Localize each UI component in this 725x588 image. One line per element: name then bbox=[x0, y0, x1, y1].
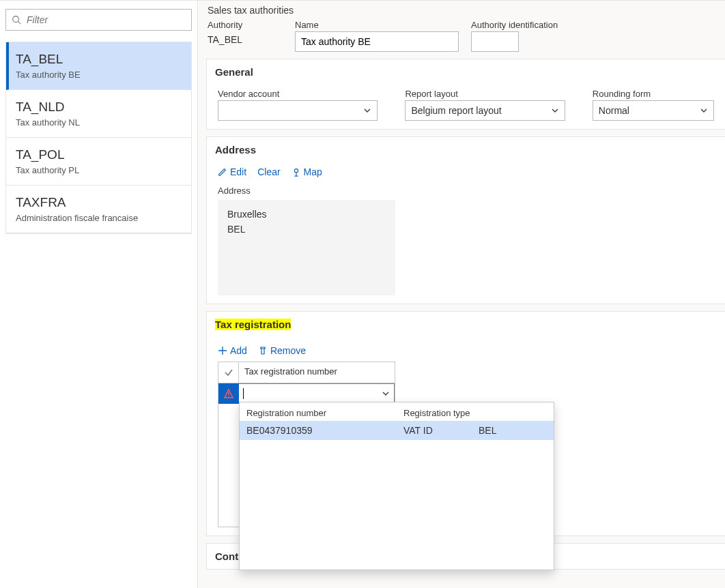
remove-button[interactable]: Remove bbox=[258, 345, 306, 356]
search-icon bbox=[12, 15, 21, 25]
plus-icon bbox=[218, 346, 227, 355]
address-display: Bruxelles BEL bbox=[218, 200, 395, 295]
select-all-checkbox[interactable] bbox=[218, 362, 239, 383]
list-item-code: TA_NLD bbox=[16, 100, 180, 115]
rounding-label: Rounding form bbox=[593, 89, 714, 99]
authority-list: TA_BEL Tax authority BE TA_NLD Tax autho… bbox=[5, 42, 192, 234]
report-label: Report layout bbox=[405, 89, 565, 99]
tax-registration-number-input[interactable] bbox=[239, 383, 395, 404]
section-title[interactable]: General bbox=[207, 59, 725, 85]
report-select[interactable]: Belgium report layout bbox=[405, 100, 565, 121]
authority-label: Authority bbox=[208, 20, 283, 30]
popup-row[interactable]: BE0437910359 VAT ID BEL bbox=[240, 421, 554, 440]
list-item-name: Administration fiscale francaise bbox=[16, 213, 180, 223]
vendor-label: Vendor account bbox=[218, 89, 378, 99]
rounding-select[interactable]: Normal bbox=[593, 100, 714, 121]
filter-input[interactable] bbox=[25, 14, 186, 26]
list-item[interactable]: TA_NLD Tax authority NL bbox=[6, 90, 191, 138]
main-panel: Sales tax authorities Authority TA_BEL N… bbox=[198, 1, 725, 588]
list-item-code: TA_POL bbox=[16, 147, 180, 162]
popup-cell: BE0437910359 bbox=[246, 425, 403, 436]
list-item-name: Tax authority PL bbox=[16, 165, 180, 175]
filter-input-wrap[interactable] bbox=[5, 9, 192, 31]
authority-value: TA_BEL bbox=[208, 31, 283, 48]
general-section: General Vendor account Report layout Bel… bbox=[206, 59, 725, 130]
column-header[interactable]: Tax registration number bbox=[239, 362, 395, 383]
trash-icon bbox=[258, 346, 268, 355]
section-title[interactable]: Tax registration bbox=[207, 312, 725, 337]
page-title: Sales tax authorities bbox=[208, 5, 725, 16]
chevron-down-icon bbox=[700, 106, 708, 115]
list-item-code: TA_BEL bbox=[16, 52, 180, 67]
svg-point-0 bbox=[13, 16, 19, 23]
pencil-icon bbox=[218, 167, 227, 177]
section-title[interactable]: Address bbox=[207, 137, 725, 162]
address-line: Bruxelles bbox=[227, 207, 386, 222]
list-item-code: TAXFRA bbox=[16, 195, 180, 210]
add-button[interactable]: Add bbox=[218, 345, 247, 356]
ident-label: Authority identification bbox=[471, 20, 558, 30]
address-section: Address Edit Clear Map Address Bruxelles bbox=[206, 136, 725, 304]
chevron-down-icon bbox=[363, 106, 371, 115]
tax-registration-section: Tax registration Add Remove bbox=[206, 311, 725, 536]
row-status-indicator bbox=[218, 383, 239, 404]
vendor-select[interactable] bbox=[218, 100, 378, 121]
list-item[interactable]: TA_BEL Tax authority BE bbox=[6, 42, 191, 90]
name-label: Name bbox=[295, 20, 459, 30]
popup-column-header[interactable]: Registration type bbox=[403, 408, 479, 418]
clear-button[interactable]: Clear bbox=[257, 166, 280, 177]
svg-line-1 bbox=[18, 22, 21, 25]
sidebar: TA_BEL Tax authority BE TA_NLD Tax autho… bbox=[0, 1, 198, 588]
map-pin-icon bbox=[292, 167, 301, 177]
address-field-label: Address bbox=[218, 186, 714, 196]
list-item[interactable]: TAXFRA Administration fiscale francaise bbox=[6, 186, 191, 233]
list-item-name: Tax authority NL bbox=[16, 117, 180, 128]
svg-point-4 bbox=[228, 396, 229, 397]
list-item-name: Tax authority BE bbox=[16, 70, 180, 80]
ident-input[interactable] bbox=[471, 31, 519, 52]
chevron-down-icon bbox=[382, 389, 390, 398]
popup-cell: BEL bbox=[479, 425, 547, 436]
address-line: BEL bbox=[227, 222, 386, 237]
chevron-down-icon bbox=[551, 106, 559, 115]
list-item[interactable]: TA_POL Tax authority PL bbox=[6, 138, 191, 186]
check-icon bbox=[224, 368, 233, 377]
popup-column-header[interactable]: Registration number bbox=[246, 408, 403, 418]
map-button[interactable]: Map bbox=[292, 166, 322, 177]
popup-cell: VAT ID bbox=[403, 425, 479, 436]
svg-point-2 bbox=[294, 169, 298, 173]
edit-button[interactable]: Edit bbox=[218, 166, 246, 177]
warning-icon bbox=[223, 388, 234, 399]
registration-lookup-popup: Registration number Registration type BE… bbox=[239, 402, 554, 570]
name-input[interactable] bbox=[295, 31, 459, 52]
